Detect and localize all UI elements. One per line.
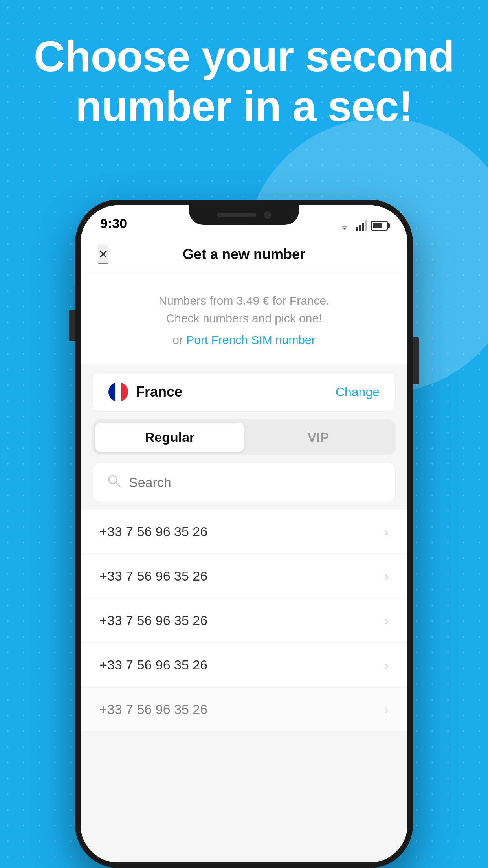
list-item[interactable]: +33 7 56 96 35 26 › [81, 510, 407, 553]
app-content: Numbers from 3.49 € for France.Check num… [81, 272, 407, 862]
search-box [92, 463, 396, 502]
port-link-line: or Port French SIM number [100, 331, 388, 349]
phone-frame: 9:30 [75, 200, 413, 868]
tab-regular[interactable]: Regular [95, 423, 244, 452]
port-link-prefix: or [172, 333, 186, 346]
phone-screen: 9:30 [81, 205, 407, 862]
signal-icon [356, 220, 367, 231]
flag-white [115, 382, 122, 402]
chevron-right-icon: › [384, 524, 389, 539]
search-icon [107, 474, 121, 491]
country-left: France [108, 382, 182, 402]
battery-icon [371, 221, 388, 231]
tab-switcher: Regular VIP [92, 419, 396, 455]
phone-number: +33 7 56 96 35 26 [99, 524, 207, 539]
chevron-right-icon: › [384, 613, 389, 628]
wifi-icon [338, 220, 352, 231]
chevron-right-icon: › [384, 657, 389, 673]
svg-line-5 [116, 483, 120, 487]
phone-notch [189, 205, 299, 225]
close-button[interactable]: × [98, 245, 108, 264]
chevron-right-icon: › [384, 702, 389, 717]
hero-section: Choose your second number in a sec! [0, 31, 488, 131]
list-item[interactable]: +33 7 56 96 35 26 › [81, 643, 407, 686]
search-input[interactable] [129, 475, 381, 490]
svg-rect-1 [359, 225, 361, 231]
phone-number: +33 7 56 96 35 26 [99, 702, 207, 717]
chevron-right-icon: › [384, 568, 389, 584]
app-header: × Get a new number [81, 237, 407, 272]
country-name: France [136, 384, 182, 400]
number-list: +33 7 56 96 35 26 › +33 7 56 96 35 26 › … [81, 510, 407, 862]
hero-line1: Choose your second [34, 32, 454, 80]
status-time: 9:30 [100, 216, 127, 231]
port-sim-link[interactable]: Port French SIM number [186, 333, 315, 346]
header-title: Get a new number [183, 246, 305, 263]
france-flag [108, 382, 128, 402]
list-item[interactable]: +33 7 56 96 35 26 › [81, 599, 407, 642]
phone-mockup: 9:30 [75, 200, 413, 868]
svg-rect-3 [365, 220, 367, 231]
country-selector[interactable]: France Change [92, 372, 396, 412]
status-icons [338, 220, 388, 231]
info-section: Numbers from 3.49 € for France.Check num… [81, 272, 407, 364]
svg-rect-2 [362, 223, 364, 231]
tab-vip[interactable]: VIP [244, 423, 393, 452]
flag-red [121, 382, 128, 402]
notch-speaker [217, 213, 256, 217]
phone-number: +33 7 56 96 35 26 [99, 613, 207, 628]
phone-number: +33 7 56 96 35 26 [99, 657, 207, 673]
list-item[interactable]: +33 7 56 96 35 26 › [81, 554, 407, 598]
change-country-button[interactable]: Change [336, 385, 380, 399]
info-description: Numbers from 3.49 € for France.Check num… [100, 292, 388, 327]
phone-number: +33 7 56 96 35 26 [99, 568, 207, 584]
flag-blue [108, 382, 115, 402]
hero-line2: number in a sec! [75, 82, 413, 130]
notch-camera [264, 211, 271, 219]
svg-rect-0 [356, 227, 358, 231]
list-item[interactable]: +33 7 56 96 35 26 › [81, 688, 407, 731]
